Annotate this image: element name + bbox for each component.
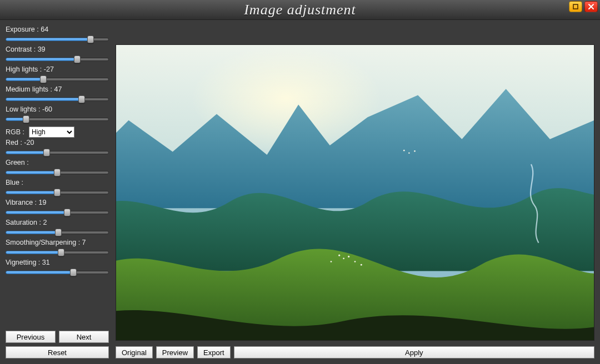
blue-row: Blue : <box>6 179 109 198</box>
minimize-button[interactable] <box>569 1 582 12</box>
bottom-toolbar: Original Preview Export Apply <box>116 346 594 358</box>
titlebar: Image adjustment <box>0 0 600 20</box>
svg-point-6 <box>331 261 332 262</box>
contrast-label: Contrast : 39 <box>6 46 109 53</box>
close-button[interactable] <box>584 1 598 12</box>
svg-point-8 <box>361 264 362 266</box>
preview-button[interactable]: Preview <box>156 346 194 358</box>
highlights-slider[interactable] <box>6 74 109 84</box>
contrast-row: Contrast : 39 <box>6 46 109 64</box>
smoothing-label: Smoothing/Sharpening : 7 <box>6 239 109 246</box>
saturation-row: Saturation : 2 <box>6 219 109 237</box>
green-label: Green : <box>6 159 109 166</box>
vignetting-row: Vignetting : 31 <box>6 259 109 277</box>
saturation-label: Saturation : 2 <box>6 219 109 226</box>
exposure-row: Exposure : 64 <box>6 26 109 44</box>
lowlights-row: Low lights : -60 <box>6 105 109 124</box>
controls-sidebar: Exposure : 64Contrast : 39High lights : … <box>6 26 109 358</box>
original-button[interactable]: Original <box>116 346 153 358</box>
reset-button[interactable]: Reset <box>6 346 109 358</box>
highlights-label: High lights : -27 <box>6 65 109 73</box>
midlights-slider[interactable] <box>6 94 109 104</box>
green-row: Green : <box>6 159 109 178</box>
next-button[interactable]: Next <box>59 331 109 343</box>
rgb-label: RGB : <box>6 128 24 136</box>
contrast-slider[interactable] <box>6 54 109 64</box>
vignetting-label: Vignetting : 31 <box>6 259 109 266</box>
exposure-slider[interactable] <box>6 34 109 44</box>
svg-rect-0 <box>573 4 578 9</box>
highlights-row: High lights : -27 <box>6 65 109 84</box>
svg-point-5 <box>348 256 349 257</box>
smoothing-slider[interactable] <box>6 247 109 257</box>
svg-point-9 <box>403 150 405 151</box>
image-preview <box>116 44 594 341</box>
svg-point-10 <box>408 152 409 153</box>
saturation-slider[interactable] <box>6 228 109 237</box>
green-slider[interactable] <box>6 168 109 178</box>
apply-button[interactable]: Apply <box>234 346 594 358</box>
blue-label: Blue : <box>6 179 109 186</box>
svg-point-3 <box>338 255 340 256</box>
export-button[interactable]: Export <box>197 346 231 358</box>
exposure-label: Exposure : 64 <box>6 26 109 33</box>
window-title: Image adjustment <box>244 2 356 18</box>
svg-point-11 <box>414 150 416 152</box>
vibrance-label: Vibrance : 19 <box>6 199 109 206</box>
midlights-label: Medium lights : 47 <box>6 85 109 93</box>
lowlights-label: Low lights : -60 <box>6 105 109 113</box>
red-row: Red : -20 <box>6 139 109 158</box>
red-slider[interactable] <box>6 148 109 158</box>
svg-point-4 <box>343 257 344 259</box>
rgb-row: RGB :HighMediumLow <box>6 127 109 138</box>
vignetting-slider[interactable] <box>6 267 109 277</box>
rgb-select[interactable]: HighMediumLow <box>29 127 74 138</box>
svg-point-7 <box>354 261 356 262</box>
blue-slider[interactable] <box>6 188 109 198</box>
previous-button[interactable]: Previous <box>6 331 56 343</box>
midlights-row: Medium lights : 47 <box>6 85 109 104</box>
lowlights-slider[interactable] <box>6 114 109 124</box>
red-label: Red : -20 <box>6 139 109 146</box>
smoothing-row: Smoothing/Sharpening : 7 <box>6 239 109 257</box>
vibrance-row: Vibrance : 19 <box>6 199 109 218</box>
window-buttons <box>569 1 598 12</box>
vibrance-slider[interactable] <box>6 208 109 218</box>
